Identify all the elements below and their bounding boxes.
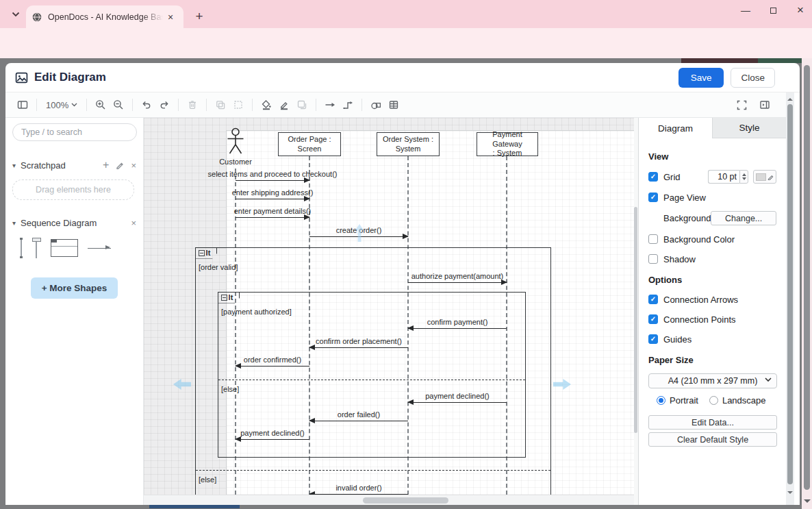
collapse-caret-icon[interactable]: ▾ (12, 219, 16, 227)
edit-data-button[interactable]: Edit Data... (648, 415, 777, 430)
tab-search-chevron-icon[interactable] (7, 6, 25, 23)
scratchpad-section-header[interactable]: ▾ Scratchpad + × (12, 159, 136, 171)
message-label[interactable]: payment declined() (425, 392, 490, 400)
portrait-radio[interactable] (657, 396, 665, 405)
connection-arrows-checkbox[interactable]: ✓ (648, 295, 658, 304)
message-line[interactable] (236, 439, 309, 440)
canvas-horizontal-scrollbar[interactable] (144, 495, 634, 505)
page-view-checkbox[interactable]: ✓ (648, 193, 658, 202)
marquee-select-icon[interactable] (229, 96, 247, 114)
tab-diagram[interactable]: Diagram (639, 118, 712, 138)
collapse-caret-icon[interactable]: ▾ (12, 162, 16, 169)
message-label[interactable]: confirm payment() (427, 318, 488, 326)
scratchpad-edit-icon[interactable] (116, 161, 124, 169)
browser-tab[interactable]: OpenDocs - AI Knowledge Base × (26, 5, 183, 28)
message-label[interactable]: order failed() (338, 410, 380, 419)
scrollbar-thumb[interactable] (787, 104, 793, 484)
tab-close-icon[interactable]: × (164, 11, 177, 23)
alt-fragment-tab[interactable]: lt (218, 292, 240, 303)
modal-scrollbar[interactable] (786, 92, 794, 505)
save-button[interactable]: Save (678, 68, 724, 88)
message-label[interactable]: authorize payment(amount) (411, 272, 504, 280)
scroll-down-arrow[interactable] (804, 499, 811, 506)
more-shapes-button[interactable]: + More Shapes (31, 277, 118, 299)
message-line[interactable] (309, 421, 408, 421)
line-color-icon[interactable] (275, 96, 293, 114)
message-label[interactable]: order confirmed() (244, 356, 301, 364)
shadow-checkbox[interactable]: ✓ (648, 254, 658, 264)
redo-icon[interactable] (155, 96, 173, 114)
sequence-diagram-section-header[interactable]: ▾ Sequence Diagram × (12, 218, 136, 228)
grid-color-button[interactable] (753, 170, 776, 184)
message-label[interactable]: invalid order() (335, 484, 381, 492)
message-line[interactable] (236, 180, 309, 181)
message-line[interactable] (236, 199, 309, 199)
shape-fragment-frame[interactable] (51, 239, 78, 257)
scratchpad-close-icon[interactable]: × (131, 160, 136, 171)
fragment-collapse-icon[interactable] (221, 295, 227, 301)
close-button[interactable]: Close (731, 68, 775, 88)
message-label[interactable]: enter shipping address() (232, 188, 314, 197)
fill-color-icon[interactable] (257, 96, 275, 114)
zoom-level-dropdown[interactable]: 100% (42, 100, 81, 110)
background-change-button[interactable]: Change... (711, 211, 776, 225)
scrollbar-thumb[interactable] (363, 497, 448, 504)
window-maximize-button[interactable] (767, 4, 779, 16)
participant-box[interactable]: Order Page :Screen (278, 132, 341, 156)
shapes-icon[interactable] (367, 96, 385, 114)
paper-size-select[interactable]: A4 (210 mm x 297 mm) (648, 373, 777, 388)
scroll-up-arrow[interactable] (787, 95, 793, 101)
message-line[interactable] (236, 217, 309, 218)
participant-box[interactable]: Order System :System (377, 132, 440, 156)
message-line[interactable] (408, 282, 507, 283)
message-line[interactable] (408, 328, 507, 329)
section-close-icon[interactable]: × (131, 218, 136, 228)
toggle-right-panel-icon[interactable] (756, 96, 774, 114)
delete-trash-icon[interactable] (183, 96, 201, 114)
participant-box[interactable]: Payment Gateway: System (477, 132, 538, 156)
tab-style[interactable]: Style (712, 118, 786, 138)
scratchpad-drop-area[interactable]: Drag elements here (12, 179, 134, 200)
undo-icon[interactable] (138, 96, 155, 114)
toggle-sidebar-icon[interactable] (14, 96, 31, 114)
zoom-out-icon[interactable] (110, 96, 127, 114)
grid-checkbox[interactable]: ✓ (648, 172, 658, 182)
zoom-in-icon[interactable] (92, 96, 110, 114)
shape-lifeline-with-head[interactable] (31, 238, 41, 258)
shape-lifeline[interactable] (21, 238, 22, 258)
clear-default-style-button[interactable]: Clear Default Style (648, 432, 777, 447)
scrollbar-thumb[interactable] (634, 207, 637, 433)
new-tab-button[interactable]: + (190, 8, 208, 25)
browser-scrollbar[interactable] (802, 58, 812, 509)
actor-customer[interactable] (225, 127, 246, 156)
fullscreen-icon[interactable] (733, 96, 750, 114)
scrollbar-thumb[interactable] (804, 65, 810, 490)
scratchpad-add-icon[interactable]: + (103, 159, 109, 171)
message-label[interactable]: select items and proceed to checkout() (208, 170, 338, 178)
guides-checkbox[interactable]: ✓ (648, 334, 658, 344)
alt-fragment-tab[interactable]: lt (195, 247, 218, 259)
table-icon[interactable] (385, 96, 403, 114)
window-minimize-button[interactable]: — (739, 4, 752, 16)
connector-elbow-icon[interactable] (339, 96, 357, 114)
shape-message-arrow[interactable] (88, 248, 111, 249)
diagram-canvas[interactable]: CustomerOrder Page :ScreenOrder System :… (144, 118, 634, 505)
message-line[interactable] (236, 366, 309, 367)
copy-icon[interactable] (212, 96, 229, 114)
window-close-button[interactable]: × (794, 4, 807, 16)
landscape-radio[interactable] (709, 396, 718, 405)
format-painter-icon[interactable] (293, 96, 311, 114)
connection-points-checkbox[interactable]: ✓ (648, 314, 658, 324)
message-line[interactable] (408, 402, 507, 403)
connector-straight-icon[interactable] (321, 96, 339, 114)
grid-size-input[interactable]: 10 pt (708, 170, 739, 184)
search-input[interactable] (12, 123, 137, 141)
fragment-collapse-icon[interactable] (199, 250, 205, 256)
message-label[interactable]: payment declined() (240, 429, 305, 437)
message-line[interactable] (309, 347, 408, 348)
scroll-down-arrow[interactable] (787, 491, 793, 497)
background-color-checkbox[interactable]: ✓ (648, 234, 658, 244)
message-label[interactable]: confirm order placement() (316, 337, 402, 345)
message-label[interactable]: enter payment details() (234, 207, 312, 215)
grid-size-stepper[interactable] (739, 170, 748, 184)
